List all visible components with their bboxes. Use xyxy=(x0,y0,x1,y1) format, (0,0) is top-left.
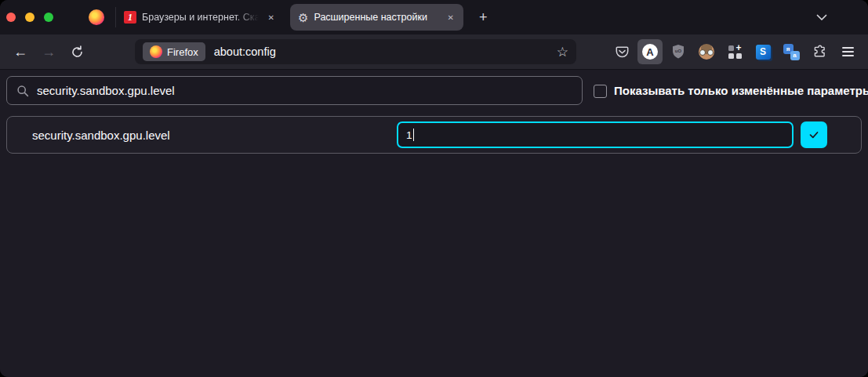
preference-value-input[interactable]: 1 xyxy=(397,121,794,148)
minimize-window-button[interactable] xyxy=(25,13,35,22)
identity-chip[interactable]: Firefox xyxy=(143,42,205,61)
hamburger-menu-icon xyxy=(842,47,854,56)
preference-name: security.sandbox.gpu.level xyxy=(32,129,170,142)
adguard-icon: A xyxy=(642,44,658,60)
back-button[interactable]: ← xyxy=(9,41,31,63)
app-menu-button[interactable] xyxy=(835,39,860,64)
site-favicon-icon: 1 xyxy=(124,11,136,24)
puzzle-piece-icon xyxy=(812,45,826,59)
url-bar[interactable]: Firefox about:config ☆ xyxy=(135,39,576,64)
toolbar-icons: A uO + S я a xyxy=(609,39,860,64)
preference-row: security.sandbox.gpu.level 1 xyxy=(6,116,862,154)
firefox-logo-icon xyxy=(150,45,162,58)
adguard-extension-button[interactable]: A xyxy=(637,39,663,64)
s-extension-button[interactable]: S xyxy=(750,39,775,64)
save-preference-button[interactable] xyxy=(801,121,827,148)
url-text[interactable]: about:config xyxy=(214,45,276,58)
close-window-button[interactable] xyxy=(6,13,16,22)
fullscreen-window-button[interactable] xyxy=(44,13,53,22)
checkmark-icon xyxy=(808,129,820,141)
tab-title: Расширенные настройки xyxy=(314,12,440,23)
bookmark-star-icon[interactable]: ☆ xyxy=(557,44,568,60)
navigation-toolbar: ← → Firefox about:config ☆ xyxy=(0,34,868,70)
identity-chip-label: Firefox xyxy=(167,46,198,58)
tab-browsers-article[interactable]: 1 Браузеры и интернет. Скачать ✕ xyxy=(116,4,284,31)
show-modified-only-checkbox[interactable] xyxy=(594,85,607,98)
gear-icon: ⚙ xyxy=(298,12,308,24)
translate-icon: я a xyxy=(783,44,800,60)
reload-icon xyxy=(71,45,84,59)
tab-advanced-preferences[interactable]: ⚙ Расширенные настройки ✕ xyxy=(290,4,463,31)
pocket-icon xyxy=(615,45,630,60)
s-badge-icon: S xyxy=(756,45,771,60)
firefox-logo-icon xyxy=(89,9,104,25)
tab-title: Браузеры и интернет. Скачать xyxy=(142,12,261,23)
list-all-tabs-button[interactable] xyxy=(816,14,827,21)
window-controls xyxy=(0,13,53,22)
show-modified-only-label[interactable]: Показывать только изменённые параметры xyxy=(614,84,868,97)
tab-bar: 1 Браузеры и интернет. Скачать ✕ ⚙ Расши… xyxy=(0,0,868,34)
forward-button: → xyxy=(38,41,60,63)
about-config-page: security.sandbox.gpu.level Показывать то… xyxy=(0,71,868,377)
new-tab-button[interactable]: + xyxy=(474,9,492,26)
grid-extension-button[interactable]: + xyxy=(722,39,747,64)
ublock-extension-button[interactable]: uO xyxy=(666,39,691,64)
reload-button[interactable] xyxy=(66,41,88,63)
monkey-icon xyxy=(699,44,714,60)
pocket-button[interactable] xyxy=(609,39,634,64)
translate-extension-button[interactable]: я a xyxy=(779,39,804,64)
grid-plus-icon: + xyxy=(728,45,742,59)
svg-text:uO: uO xyxy=(675,49,682,53)
preference-search-input[interactable]: security.sandbox.gpu.level xyxy=(6,76,583,105)
search-value: security.sandbox.gpu.level xyxy=(37,84,175,97)
close-tab-icon[interactable]: ✕ xyxy=(267,12,276,24)
chevron-down-icon xyxy=(816,14,827,21)
ublock-shield-icon: uO xyxy=(671,44,685,60)
preference-value: 1 xyxy=(406,129,412,141)
extensions-button[interactable] xyxy=(807,39,832,64)
search-icon xyxy=(16,85,29,97)
text-caret xyxy=(413,129,415,141)
monkey-extension-button[interactable] xyxy=(694,39,719,64)
firefox-window: 1 Браузеры и интернет. Скачать ✕ ⚙ Расши… xyxy=(0,0,868,377)
close-tab-icon[interactable]: ✕ xyxy=(446,12,456,24)
